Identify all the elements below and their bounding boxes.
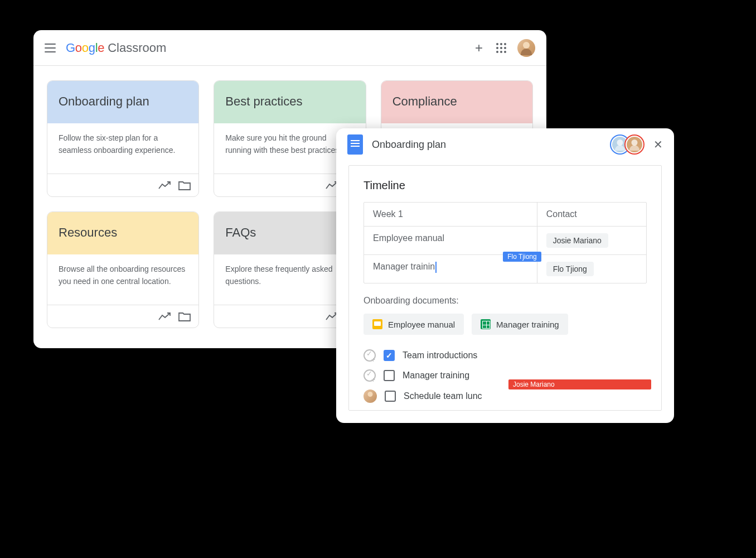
class-card-resources[interactable]: Resources Browse all the onboarding reso… <box>47 211 199 328</box>
card-footer <box>47 305 198 328</box>
collaborator-avatar[interactable] <box>626 136 643 153</box>
chip-label: Manager training <box>496 320 559 329</box>
card-description: Follow the six-step plan for a seamless … <box>47 123 198 174</box>
card-title: Resources <box>47 212 198 254</box>
app-name: Classroom <box>108 41 166 55</box>
google-docs-icon <box>347 134 363 155</box>
google-apps-icon[interactable] <box>496 43 506 53</box>
card-title: Onboarding plan <box>47 81 198 123</box>
collaborator-avatars <box>614 136 643 153</box>
assign-icon[interactable]: + <box>364 349 376 362</box>
contact-chip[interactable]: Josie Mariano <box>546 233 608 248</box>
collaborator-cursor-tag: Josie Mariano <box>508 379 651 389</box>
cell-text: Manager trainin <box>373 262 435 271</box>
docs-header: Onboarding plan ✕ <box>336 128 674 161</box>
table-header-cell: Week 1 <box>364 203 537 226</box>
card-title: Best practices <box>214 81 365 123</box>
google-logo: Google <box>66 41 104 55</box>
chip-label: Employee manual <box>388 320 455 329</box>
close-icon[interactable]: ✕ <box>653 138 663 151</box>
classroom-header: Google Classroom + <box>33 30 546 66</box>
account-avatar[interactable] <box>517 39 535 57</box>
collaborator-cursor-tag: Flo Tjiong <box>503 252 541 262</box>
collaborator-cursor <box>435 262 437 273</box>
checklist-item: Schedule team lunc Josie Mariano <box>364 389 647 403</box>
sheets-icon <box>481 319 491 329</box>
table-cell[interactable]: Josie Mariano <box>537 227 646 254</box>
folder-icon[interactable] <box>178 180 191 191</box>
card-footer <box>47 174 198 196</box>
docs-window: Onboarding plan ✕ Timeline Week 1 Contac… <box>336 128 674 423</box>
document-canvas[interactable]: Timeline Week 1 Contact Employee manual … <box>348 165 662 411</box>
checkbox[interactable] <box>385 391 396 402</box>
create-class-icon[interactable]: + <box>475 40 483 56</box>
checklist: + Team introductions + Manager training … <box>364 349 647 403</box>
contact-chip[interactable]: Flo Tjiong <box>546 262 594 276</box>
table-cell[interactable]: Flo Tjiong <box>537 255 646 283</box>
document-chips: Employee manual Manager training <box>364 314 647 335</box>
timeline-table: Week 1 Contact Employee manual Josie Mar… <box>364 202 647 283</box>
checklist-item: + Team introductions <box>364 349 647 362</box>
table-header-cell: Contact <box>537 203 646 226</box>
documents-label: Onboarding documents: <box>364 296 647 306</box>
class-card-onboarding-plan[interactable]: Onboarding plan Follow the six-step plan… <box>47 80 199 197</box>
table-row: Manager trainin Flo Tjiong Flo Tjiong <box>364 255 646 283</box>
section-heading: Timeline <box>364 179 647 192</box>
assign-icon[interactable]: + <box>364 369 376 382</box>
assignee-avatar[interactable] <box>364 389 377 403</box>
folder-icon[interactable] <box>178 311 191 322</box>
trending-icon[interactable] <box>158 180 171 191</box>
checklist-text[interactable]: Team introductions <box>403 350 477 360</box>
document-title[interactable]: Onboarding plan <box>372 139 446 151</box>
checklist-text[interactable]: Manager training <box>403 371 469 381</box>
checkbox[interactable] <box>384 350 395 361</box>
menu-icon[interactable] <box>45 44 56 52</box>
trending-icon[interactable] <box>158 311 171 322</box>
checklist-text[interactable]: Schedule team lunc <box>404 391 482 401</box>
table-header-row: Week 1 Contact <box>364 203 646 227</box>
checkbox[interactable] <box>384 370 395 381</box>
slides-icon <box>372 319 382 329</box>
table-row: Employee manual Josie Mariano <box>364 227 646 255</box>
table-cell[interactable]: Manager trainin Flo Tjiong <box>364 255 537 283</box>
document-chip-manager-training[interactable]: Manager training <box>472 314 568 335</box>
document-chip-employee-manual[interactable]: Employee manual <box>364 314 464 335</box>
table-cell[interactable]: Employee manual <box>364 227 537 254</box>
card-title: Compliance <box>381 81 532 123</box>
card-description: Browse all the onboarding resources you … <box>47 254 198 305</box>
